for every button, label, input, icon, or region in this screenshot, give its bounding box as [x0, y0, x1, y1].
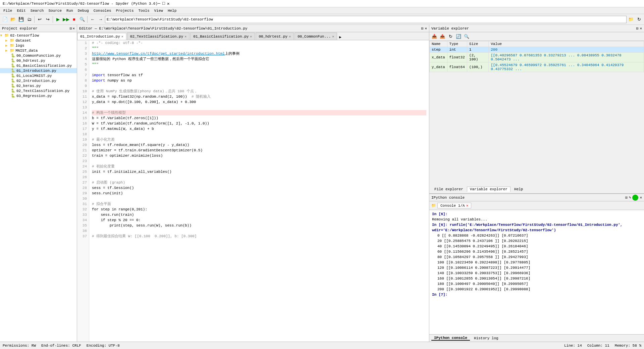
- tree-item[interactable]: ▶ 📁MNIST_data: [0, 48, 77, 53]
- menu-item-run[interactable]: Run: [64, 8, 75, 13]
- maximize-btn[interactable]: □: [162, 1, 165, 6]
- line-number: 6: [79, 67, 87, 72]
- console-bottom-tab-history-log[interactable]: History log: [471, 336, 501, 340]
- editor-tab[interactable]: 00_hdrtest.py✕: [256, 33, 294, 40]
- ve-header-btns: ⊡ ✕: [636, 26, 642, 31]
- back-btn[interactable]: ←: [89, 16, 96, 23]
- run-file-btn[interactable]: ▶▶: [62, 16, 70, 23]
- variable-explorer-header: Variable explorer ⊡ ✕: [429, 25, 644, 32]
- ve-tab-file-explorer[interactable]: File explorer: [431, 187, 466, 192]
- tree-item[interactable]: 🐍02_TextClassification.py: [0, 88, 77, 93]
- console-content[interactable]: In [6]:Removing all variables...In [6]: …: [429, 210, 644, 334]
- tree-item-label: 00_hdrtest.py: [16, 59, 45, 63]
- open-btn[interactable]: 📂: [9, 16, 17, 23]
- console-folder-btn[interactable]: 📁: [431, 203, 436, 208]
- sync-btn[interactable]: ↻: [635, 16, 643, 23]
- ve-tab-variable-explorer[interactable]: Variable explorer: [467, 187, 511, 192]
- save-all-btn[interactable]: 🗂: [25, 16, 33, 23]
- ve-column-header: Value: [489, 41, 644, 47]
- tree-item[interactable]: ▶ 📁logs: [0, 43, 77, 48]
- stop-btn[interactable]: ■: [70, 16, 78, 23]
- ve-column-header: Type: [447, 41, 467, 47]
- run-btn[interactable]: ▶: [54, 16, 62, 23]
- tab-close-btn[interactable]: ✕: [250, 35, 252, 39]
- ve-table-row[interactable]: y_datafloat64(100,)[[0.45524679 0.465999…: [430, 62, 644, 72]
- new-file-btn[interactable]: 📄: [1, 16, 9, 23]
- editor-content: 1234567891011121314151617181920212223242…: [77, 40, 429, 342]
- debug-btn[interactable]: 🔍: [78, 16, 86, 23]
- tree-item[interactable]: ▼ 📁02-tensorflow: [0, 33, 77, 38]
- line-number: 18: [79, 132, 87, 137]
- tab-close-btn[interactable]: ✕: [332, 35, 334, 39]
- menu-item-projects[interactable]: Projects: [114, 8, 136, 13]
- tree-item[interactable]: 🐍01_LocalMNIST.py: [0, 73, 77, 78]
- menu-item-search[interactable]: Search: [29, 8, 46, 13]
- ve-reset-btn[interactable]: 🔄: [455, 33, 462, 40]
- console-bottom-tab-ipython-console[interactable]: IPython console: [431, 336, 470, 341]
- ve-export-btn[interactable]: 📤: [439, 33, 446, 40]
- console-close-btn[interactable]: ✕: [640, 195, 642, 200]
- tree-item[interactable]: 🐍00_CommonFunction.py: [0, 53, 77, 58]
- redo-btn[interactable]: ↪: [44, 16, 51, 23]
- console-tab-1-close[interactable]: ✕: [466, 203, 469, 208]
- ve-table-row[interactable]: stepint1200: [430, 47, 644, 53]
- editor-undock-btn[interactable]: ⊡: [421, 26, 424, 31]
- tab-close-btn[interactable]: ✕: [121, 35, 123, 39]
- editor-tab[interactable]: 00_CommonFun...✕: [294, 33, 337, 40]
- code-area[interactable]: # -*- coding: utf-8 -*-"""http://www.ten…: [89, 40, 429, 342]
- menu-item-view[interactable]: View: [152, 8, 165, 13]
- forward-btn[interactable]: →: [97, 16, 104, 23]
- menu-item-help[interactable]: Help: [166, 8, 178, 13]
- minimize-btn[interactable]: ─: [158, 1, 160, 6]
- ve-import-btn[interactable]: 📥: [431, 33, 438, 40]
- code-line: [92, 83, 426, 89]
- ve-refresh-btn[interactable]: ↻: [447, 33, 454, 40]
- console-settings-btn[interactable]: ✎: [629, 195, 631, 200]
- tree-item[interactable]: 🐍02_keras.py: [0, 83, 77, 88]
- menu-item-file[interactable]: File: [1, 8, 14, 13]
- tabs-scroll-btn[interactable]: ▶: [338, 34, 343, 40]
- menu-item-source[interactable]: Source: [46, 8, 64, 13]
- ve-close-btn[interactable]: ✕: [640, 26, 642, 31]
- line-number: 29: [79, 191, 87, 196]
- pe-undock-btn[interactable]: ⊡: [70, 26, 72, 31]
- ve-search-btn[interactable]: 🔍: [463, 33, 470, 40]
- undo-btn[interactable]: ↩: [36, 16, 43, 23]
- tab-close-btn[interactable]: ✕: [289, 35, 291, 39]
- tree-item[interactable]: 🐍00_hdrtest.py: [0, 58, 77, 63]
- code-line: sess.run(train): [92, 212, 426, 217]
- line-number: 30: [79, 196, 87, 201]
- editor-tab[interactable]: 02_TextClassification.py✕: [127, 33, 190, 40]
- console-title: IPython console: [431, 196, 465, 200]
- code-line: [92, 67, 426, 72]
- console-line: In [7]:: [432, 292, 641, 297]
- tree-item[interactable]: ▶ 📁dataset: [0, 38, 77, 43]
- tree-item[interactable]: 🐍03_Regression.py: [0, 93, 77, 98]
- menu-item-tools[interactable]: Tools: [136, 8, 151, 13]
- tab-close-btn[interactable]: ✕: [184, 35, 186, 39]
- editor-close-btn[interactable]: ✕: [425, 26, 427, 31]
- pe-close-btn[interactable]: ✕: [72, 26, 75, 31]
- console-tab-1[interactable]: Console 1/A ✕: [437, 203, 471, 208]
- menu-item-consoles[interactable]: Consoles: [92, 8, 113, 13]
- ve-tab-help[interactable]: Help: [511, 187, 526, 192]
- console-line: 20 [[0.25885475 0.2437106 ]] [0.20202215…: [437, 238, 641, 244]
- tree-item[interactable]: 🐍02_Introduction.py: [0, 78, 77, 83]
- tree-item[interactable]: 🐍01_BasicClassification.py: [0, 63, 77, 68]
- close-btn[interactable]: ✕: [167, 1, 170, 6]
- line-number: 15: [79, 115, 87, 121]
- ve-table-row[interactable]: x_datafloat32(2, 100)[[0.40296587 0.0768…: [430, 53, 644, 62]
- menu-item-debug[interactable]: Debug: [76, 8, 91, 13]
- save-btn[interactable]: 💾: [17, 16, 25, 23]
- editor-tab[interactable]: 01_Introduction.py✕: [77, 33, 126, 40]
- browse-btn[interactable]: 📁: [627, 16, 635, 23]
- path-input[interactable]: [105, 16, 627, 23]
- ve-undock-btn[interactable]: ⊡: [636, 26, 639, 31]
- py-file-icon: 🐍: [11, 89, 15, 93]
- line-number: 16: [79, 121, 87, 126]
- editor-tab[interactable]: 01_BasicClassification.py✕: [190, 33, 255, 40]
- tree-item[interactable]: 🐍01_Introduction.py: [0, 68, 77, 73]
- menu-item-edit[interactable]: Edit: [15, 8, 28, 13]
- console-status-btn[interactable]: [632, 195, 638, 201]
- console-undock-btn[interactable]: ⊡: [625, 195, 628, 200]
